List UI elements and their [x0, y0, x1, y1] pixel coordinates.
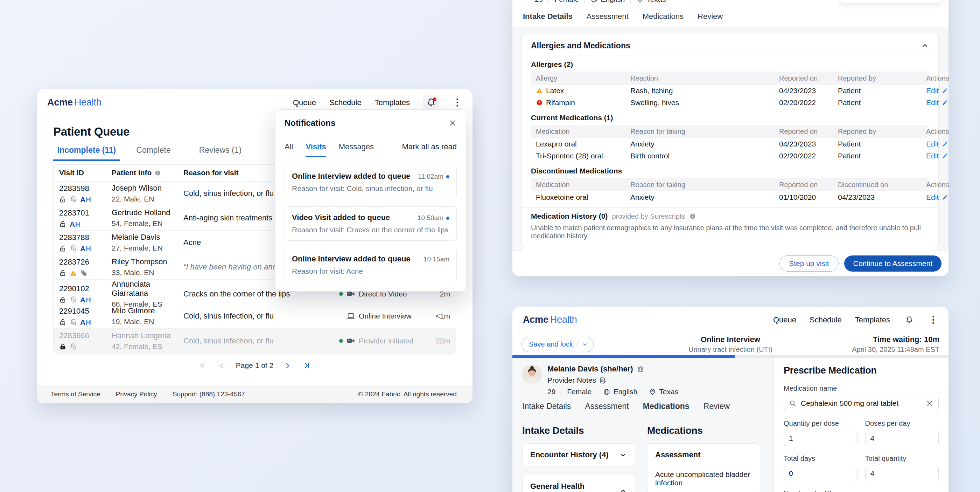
- app-header: AcmeHealth QueueScheduleTemplates⋮: [512, 307, 948, 333]
- table-row: LatexRash, itching04/23/2023PatientEdit: [531, 85, 929, 97]
- lock-filled-icon: [59, 343, 67, 350]
- tab-intake-details[interactable]: Intake Details: [522, 402, 571, 417]
- search-icon: [789, 399, 797, 407]
- patient-state: Texas: [646, 0, 666, 3]
- nav-templates[interactable]: Templates: [855, 315, 890, 324]
- encounter-history-card[interactable]: Encounter History (4): [522, 443, 635, 466]
- edit-button[interactable]: Edit: [926, 99, 948, 107]
- nav-queue[interactable]: Queue: [773, 315, 796, 324]
- total-quantity-field[interactable]: [865, 466, 939, 481]
- notif-tab-all[interactable]: All: [285, 142, 293, 157]
- nav-templates[interactable]: Templates: [375, 98, 410, 107]
- notifications-bell-button[interactable]: [423, 95, 439, 110]
- table-header: AllergyReactionReported onReported byAct…: [531, 72, 929, 85]
- tab-assessment[interactable]: Assessment: [587, 12, 628, 27]
- clear-icon[interactable]: [926, 399, 934, 407]
- visit-id: 2290102: [59, 284, 111, 293]
- mark-all-read-button[interactable]: Mark all as read: [402, 142, 457, 152]
- general-health-card[interactable]: General Health Information Height: [522, 475, 635, 492]
- total-days-field[interactable]: [784, 466, 858, 481]
- intake-details-column: Intake Details Encounter History (4) Gen…: [522, 425, 635, 492]
- visit-type-label: Provider initiated: [359, 337, 414, 345]
- top-nav: QueueScheduleTemplates⋮: [293, 95, 462, 110]
- notification-title: Online Interview added to queue: [292, 172, 410, 181]
- nav-schedule[interactable]: Schedule: [329, 98, 361, 107]
- patient-language: English: [601, 0, 625, 3]
- medication-name-field[interactable]: [800, 399, 922, 408]
- doses-per-day-label: Doses per day: [865, 420, 939, 428]
- terms-link[interactable]: Terms of Service: [51, 390, 100, 398]
- notifications-tabs: All Visits Messages Mark all as read: [275, 135, 466, 157]
- chevron-up-icon: [619, 487, 627, 492]
- continue-to-assessment-button[interactable]: Continue to Assessment: [844, 256, 942, 272]
- notification-card[interactable]: Online Interview added to queue 10:15am …: [285, 248, 457, 282]
- top-nav: QueueScheduleTemplates⋮: [773, 313, 938, 327]
- quantity-per-dose-label: Quantity per dose: [784, 420, 858, 428]
- privacy-link[interactable]: Privacy Policy: [116, 390, 157, 398]
- pagination-next-button[interactable]: [283, 361, 292, 370]
- pencil-icon: [942, 141, 948, 147]
- globe-icon: [590, 0, 598, 3]
- table-row[interactable]: 2283666Hannah Longoria42, Female, ESCold…: [54, 329, 456, 353]
- more-menu-button[interactable]: ⋮: [453, 98, 462, 107]
- provider-notes-link[interactable]: Provider Notes: [547, 376, 678, 384]
- tab-incomplete[interactable]: Incomplete (11): [53, 145, 120, 161]
- time-waiting: Time waiting: 10m: [852, 335, 939, 344]
- bell-muted-icon: [70, 245, 77, 252]
- notification-card[interactable]: Online Interview added to queue 11:02am …: [285, 165, 457, 200]
- nav-queue[interactable]: Queue: [293, 98, 316, 107]
- laptop-icon: [347, 312, 355, 321]
- notification-title: Online Interview added to queue: [292, 254, 410, 264]
- tab-assessment[interactable]: Assessment: [585, 402, 628, 417]
- bell-muted-icon: [70, 196, 77, 203]
- edit-button[interactable]: Edit: [926, 86, 948, 95]
- intake-details-heading: Intake Details: [522, 425, 635, 436]
- notification-time: 10:15am: [423, 256, 449, 263]
- unread-dot: [446, 175, 449, 178]
- medication-name-label: Medication name: [784, 384, 939, 393]
- notification-card[interactable]: Video Visit added to queue 10:50am Reaso…: [285, 206, 457, 241]
- pagination-prev-button[interactable]: [217, 361, 226, 370]
- step-up-visit-button[interactable]: Step up visit: [780, 256, 838, 272]
- patient-name: Melanie Davis (she/her): [547, 364, 633, 374]
- pencil-icon: [942, 88, 948, 94]
- logo-acme: Acme: [47, 97, 73, 108]
- more-menu-button[interactable]: ⋮: [929, 315, 938, 324]
- patient-name: Riley Thompson: [111, 257, 183, 266]
- edit-button[interactable]: Edit: [926, 152, 948, 160]
- notifications-bell-button[interactable]: [904, 313, 915, 327]
- notif-tab-messages[interactable]: Messages: [339, 142, 374, 157]
- notification-reason: Reason for visit: Cold, sinus infection,…: [292, 184, 449, 193]
- tab-complete[interactable]: Complete: [120, 145, 187, 161]
- support-link[interactable]: Support: (888) 123-4567: [173, 390, 245, 398]
- save-and-lock-button[interactable]: Save and lock: [522, 337, 594, 352]
- lock-open-icon: [59, 270, 67, 277]
- tab-reviews[interactable]: Reviews (1): [187, 145, 254, 161]
- collapse-chevron-up-icon[interactable]: [921, 42, 929, 50]
- info-icon[interactable]: [689, 213, 696, 220]
- edit-button[interactable]: Edit: [926, 140, 948, 148]
- tab-review[interactable]: Review: [698, 12, 723, 27]
- col-visit-id: Visit ID: [59, 169, 111, 177]
- discontinued-medications-table: MedicationReason for takingReported onDi…: [531, 178, 929, 203]
- pagination-last-button[interactable]: [302, 361, 310, 370]
- quantity-per-dose-field[interactable]: [784, 431, 858, 446]
- notif-tab-visits[interactable]: Visits: [305, 142, 326, 157]
- nav-schedule[interactable]: Schedule: [810, 315, 842, 324]
- edit-button[interactable]: Edit: [926, 193, 948, 201]
- visit-window: AcmeHealth QueueScheduleTemplates⋮ Save …: [512, 307, 948, 492]
- table-row[interactable]: 2291045AHMilo Gilmore19, Male, ENCold, s…: [54, 304, 456, 329]
- tab-medications[interactable]: Medications: [643, 402, 689, 417]
- close-icon[interactable]: [449, 119, 457, 127]
- tab-medications[interactable]: Medications: [643, 12, 684, 27]
- tab-intake-details[interactable]: Intake Details: [523, 12, 573, 27]
- info-icon[interactable]: [154, 169, 161, 176]
- pagination-first-button[interactable]: [199, 361, 208, 370]
- id-badge-icon[interactable]: [636, 365, 644, 373]
- chevron-down-icon: [619, 450, 627, 459]
- medication-name-input[interactable]: [784, 396, 939, 411]
- doses-per-day-field[interactable]: [865, 431, 939, 446]
- tab-review[interactable]: Review: [703, 402, 730, 417]
- lock-open-icon: [59, 245, 67, 252]
- patient-meta: 29 Female English Texas: [547, 388, 678, 396]
